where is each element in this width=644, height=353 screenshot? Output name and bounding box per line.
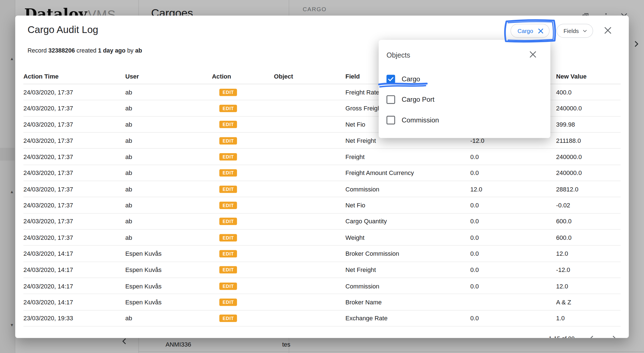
cell-new-value: 12.0	[556, 283, 621, 290]
audit-row: 24/03/2020, 14:17Espen KuvåsEDITBroker C…	[23, 246, 621, 262]
cell-action-time: 24/03/2020, 17:37	[23, 105, 125, 112]
audit-row: 24/03/2020, 14:17Espen KuvåsEDITCommissi…	[23, 278, 621, 294]
cell-new-value: A & Z	[556, 298, 621, 305]
cell-old-value: 12.0	[470, 186, 556, 193]
cell-field: Freight Amount Currency	[345, 169, 470, 176]
chevron-down-icon	[582, 27, 588, 34]
cell-user: ab	[125, 169, 212, 176]
cell-action-time: 24/03/2020, 17:37	[23, 121, 125, 128]
cell-old-value: 0.0	[470, 266, 556, 273]
record-label: Record	[27, 47, 47, 54]
cell-field: Freight	[345, 153, 470, 160]
cell-action-time: 24/03/2020, 14:17	[23, 250, 125, 257]
cell-action-time: 24/03/2020, 14:17	[23, 266, 125, 273]
cell-action: EDIT	[212, 314, 274, 322]
cell-old-value: 0.0	[470, 169, 556, 176]
column-header-object: Object	[274, 72, 345, 79]
cell-field: Commission	[345, 186, 470, 193]
cell-new-value: 399.98	[556, 121, 621, 128]
cell-action: EDIT	[212, 217, 274, 225]
object-option-cargo-port[interactable]: Cargo Port	[379, 89, 550, 110]
cell-action: EDIT	[212, 169, 274, 177]
objects-option-list: CargoCargo PortCommission	[379, 68, 550, 130]
unchecked-checkbox[interactable]	[387, 95, 395, 104]
cell-user: ab	[125, 202, 212, 209]
cell-action-time: 24/03/2020, 17:37	[23, 89, 125, 96]
audit-row: 24/03/2020, 17:37abEDITFreight0.0240000.…	[23, 149, 621, 165]
cargo-filter-chip[interactable]: Cargo	[510, 24, 550, 38]
cell-user: ab	[125, 153, 212, 160]
cell-new-value: 400.0	[556, 89, 621, 96]
cell-new-value: 600.0	[556, 218, 621, 225]
cell-new-value: -0.02	[556, 202, 621, 209]
record-created-word: created	[77, 47, 96, 54]
cell-old-value: 0.0	[470, 315, 556, 322]
object-option-commission[interactable]: Commission	[379, 110, 550, 130]
cell-new-value: 1.0	[556, 315, 621, 322]
unchecked-checkbox[interactable]	[387, 116, 395, 124]
cell-action: EDIT	[212, 234, 274, 241]
cell-field: Broker Commission	[345, 250, 470, 257]
cell-user: Espen Kuvås	[125, 283, 212, 290]
cell-action-time: 24/03/2020, 17:37	[23, 137, 125, 144]
cell-new-value: 600.0	[556, 234, 621, 241]
cell-action-time: 24/03/2020, 14:17	[23, 298, 125, 305]
record-by-word: by	[127, 47, 134, 54]
column-header-action-time: Action Time	[23, 72, 125, 79]
cell-user: ab	[125, 89, 212, 96]
cell-action: EDIT	[212, 201, 274, 209]
filter-chip-label: Cargo	[517, 27, 533, 34]
cell-action-time: 24/03/2020, 17:37	[23, 234, 125, 241]
pagination-bar: 1-15 of 90	[549, 333, 619, 338]
column-header-new-value: New Value	[556, 72, 621, 79]
cell-new-value: 240000.0	[556, 153, 621, 160]
dialog-title: Cargo Audit Log	[27, 24, 98, 35]
action-edit-badge: EDIT	[219, 298, 237, 306]
cell-new-value: 12.0	[556, 250, 621, 257]
object-option-cargo[interactable]: Cargo	[379, 68, 550, 89]
record-time-ago: 1 day ago	[98, 47, 126, 54]
cell-user: Espen Kuvås	[125, 250, 212, 257]
dialog-close-icon[interactable]	[602, 25, 614, 36]
cell-field: Weight	[345, 234, 470, 241]
object-option-label: Commission	[402, 116, 439, 124]
cell-field: Net Freight	[345, 137, 470, 144]
cell-action-time: 24/03/2020, 17:37	[23, 153, 125, 160]
cell-user: ab	[125, 137, 212, 144]
cell-new-value: 240000.0	[556, 105, 621, 112]
action-edit-badge: EDIT	[219, 186, 237, 193]
cell-field: Exchange Rate	[345, 315, 470, 322]
column-header-action: Action	[212, 72, 274, 79]
cell-action-time: 23/03/2020, 19:33	[23, 315, 125, 322]
previous-page-icon[interactable]	[587, 333, 597, 338]
cell-action: EDIT	[212, 104, 274, 112]
action-edit-badge: EDIT	[219, 202, 237, 209]
cell-action: EDIT	[212, 120, 274, 128]
pagination-range-label: 1-15 of 90	[549, 335, 575, 338]
cell-new-value: 240000.0	[556, 169, 621, 176]
next-page-icon[interactable]	[609, 333, 619, 338]
action-edit-badge: EDIT	[219, 169, 237, 177]
popup-close-icon[interactable]	[527, 49, 538, 60]
cell-field: Broker Name	[345, 298, 470, 305]
fields-dropdown-button[interactable]: Fields	[557, 24, 593, 38]
cell-new-value: 211188.0	[556, 137, 621, 144]
objects-filter-popup: Objects CargoCargo PortCommission	[379, 40, 550, 138]
cell-action: EDIT	[212, 185, 274, 193]
action-edit-badge: EDIT	[219, 266, 237, 274]
cell-old-value: 0.0	[470, 202, 556, 209]
cell-user: ab	[125, 315, 212, 322]
cell-old-value: 0.0	[470, 234, 556, 241]
cell-action: EDIT	[212, 282, 274, 290]
checked-checkbox[interactable]	[387, 75, 395, 83]
audit-row: 24/03/2020, 17:37abEDITNet Fio0.0-0.02	[23, 197, 621, 214]
cell-field: Net Freight	[345, 266, 470, 273]
cell-action-time: 24/03/2020, 17:37	[23, 218, 125, 225]
cell-action-time: 24/03/2020, 17:37	[23, 186, 125, 193]
cell-user: Espen Kuvås	[125, 266, 212, 273]
object-option-label: Cargo Port	[402, 96, 434, 103]
chip-remove-icon[interactable]	[538, 28, 544, 34]
action-edit-badge: EDIT	[219, 121, 237, 128]
audit-row: 23/03/2020, 19:33abEDITExchange Rate0.01…	[23, 311, 621, 327]
audit-row: 24/03/2020, 17:37abEDITCargo Quantity0.0…	[23, 214, 621, 230]
